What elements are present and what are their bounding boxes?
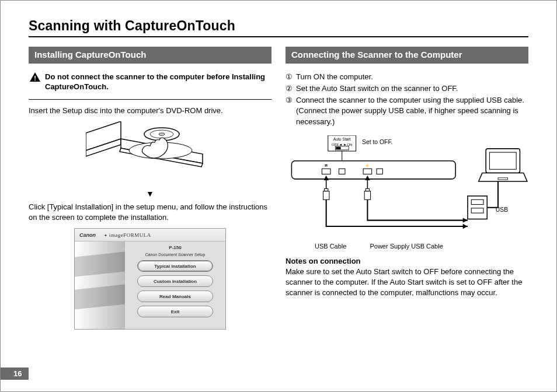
svg-text:⚡: ⚡ [365, 163, 370, 168]
auto-start-positions: OFF◄ ►ON [332, 142, 353, 146]
setup-model: P-150 [169, 245, 181, 250]
svg-rect-12 [336, 146, 340, 149]
usb-cable-label: USB Cable [315, 243, 346, 250]
step-marker: ③ [286, 95, 293, 127]
manual-page: Scanning with CaptureOnTouch Installing … [0, 0, 557, 392]
svg-rect-37 [498, 177, 508, 179]
notes-body: Make sure to set the Auto Start switch t… [286, 267, 528, 298]
setup-btn-typical: Typical Installation [137, 260, 213, 272]
setup-btn-manuals: Read Manuals [137, 290, 213, 302]
warning-text: Do not connect the scanner to the comput… [45, 72, 271, 92]
svg-rect-25 [323, 191, 329, 200]
svg-rect-18 [377, 169, 382, 174]
svg-rect-35 [489, 152, 516, 169]
notes-heading: Notes on connection [286, 257, 528, 265]
svg-marker-33 [463, 224, 468, 229]
svg-rect-27 [364, 191, 370, 200]
down-arrow-icon: ▼ [29, 189, 271, 198]
step-text: Turn ON the computer. [296, 72, 373, 82]
svg-rect-14 [291, 160, 455, 178]
divider-line [29, 99, 271, 100]
svg-marker-32 [463, 218, 468, 222]
step-marker: ② [286, 83, 293, 94]
step-1: ① Turn ON the computer. [286, 72, 528, 82]
setup-product-line: ✦ imageFORMULA [104, 232, 151, 238]
page-number: 16 [1, 368, 29, 380]
insert-disc-text: Insert the Setup disc into the computer'… [29, 106, 271, 116]
svg-rect-30 [471, 200, 483, 204]
step-3: ③ Connect the scanner to the computer us… [286, 95, 528, 127]
svg-marker-36 [479, 173, 527, 181]
svg-rect-26 [325, 188, 328, 191]
section-heading-connecting: Connecting the Scanner to the Computer [286, 47, 528, 64]
svg-rect-31 [471, 208, 483, 212]
svg-rect-28 [365, 188, 369, 191]
section-heading-installing: Installing CaptureOnTouch [29, 47, 271, 64]
svg-rect-15 [322, 169, 330, 174]
svg-text:⇄: ⇄ [325, 163, 328, 167]
svg-rect-16 [339, 169, 345, 174]
power-cable-label: Power Supply USB Cable [370, 243, 443, 250]
svg-point-9 [159, 133, 165, 135]
setup-btn-exit: Exit [137, 306, 213, 317]
svg-rect-17 [363, 169, 372, 174]
page-title: Scanning with CaptureOnTouch [29, 18, 528, 37]
set-to-off-text: Set to OFF. [362, 138, 392, 145]
connection-diagram: Auto Start OFF◄ ►ON Set to OFF. ⇄ ⚡ [286, 134, 528, 250]
steps-list: ① Turn ON the computer. ② Set the Auto S… [286, 72, 528, 127]
setup-btn-custom: Custom Installation [137, 275, 213, 287]
auto-start-label: Auto Start [333, 137, 351, 141]
warning-block: ! Do not connect the scanner to the comp… [29, 72, 271, 92]
warning-icon: ! [30, 72, 40, 84]
setup-brand: Canon [79, 232, 96, 238]
left-column: Installing CaptureOnTouch ! Do not conne… [29, 47, 271, 334]
step-text: Connect the scanner to the computer usin… [296, 95, 528, 127]
setup-subtitle: Canon Document Scanner Setup [145, 253, 206, 257]
click-typical-text: Click [Typical Installation] in the setu… [29, 202, 271, 222]
svg-text:!: ! [34, 74, 36, 81]
right-column: Connecting the Scanner to the Computer ①… [286, 47, 528, 334]
setup-sidebar-graphic [75, 242, 125, 329]
step-2: ② Set the Auto Start switch on the scann… [286, 83, 528, 94]
step-text: Set the Auto Start switch on the scanner… [296, 83, 458, 94]
step-marker: ① [286, 72, 293, 82]
two-column-layout: Installing CaptureOnTouch ! Do not conne… [29, 47, 528, 334]
disc-illustration [29, 121, 271, 186]
setup-screenshot: Canon ✦ imageFORMULA P-150 Canon Documen… [29, 228, 271, 330]
